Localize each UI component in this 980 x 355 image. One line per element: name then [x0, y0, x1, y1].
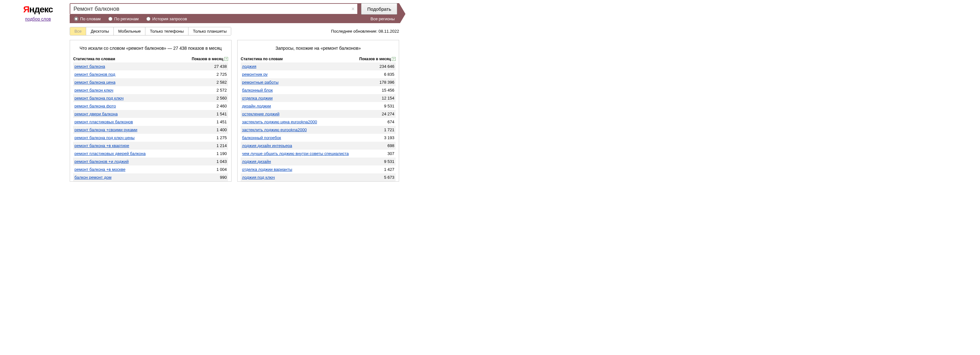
logo[interactable]: Яндекс	[6, 5, 70, 14]
table-row: ремонт балкона +своими руками1 400	[73, 126, 228, 134]
query-link[interactable]: балконный блок	[242, 88, 273, 93]
radio-by-regions[interactable]	[108, 17, 113, 21]
query-link[interactable]: застеклить лоджию eurookna2000	[242, 128, 307, 132]
table-row: отделка лоджии12 154	[241, 94, 396, 102]
query-link[interactable]: ремонт балкона под ключ	[75, 96, 124, 101]
opt-by-regions[interactable]: По регионам	[108, 16, 139, 21]
tab-phones[interactable]: Только телефоны	[145, 27, 188, 35]
query-link[interactable]: балкон ремонт дом	[75, 175, 111, 180]
table-row: лоджия дизайн интерьера698	[241, 142, 396, 150]
main: × Подобрать По словам По регионам Истори…	[70, 3, 399, 182]
wordstat-link[interactable]: подбор слов	[25, 16, 51, 22]
opt-by-regions-label: По регионам	[115, 16, 139, 21]
tab-all[interactable]: Все	[70, 27, 86, 35]
table-row: ремонт балкона27 438	[73, 62, 228, 70]
table-row: ремонт балкона цена2 582	[73, 78, 228, 86]
table-row: застеклить лоджию цена eurookna2000674	[241, 118, 396, 126]
query-link[interactable]: ремонт балконов под	[75, 72, 115, 77]
table-row: балкон ремонт дом990	[73, 173, 228, 181]
shows-value: 178 396	[369, 80, 395, 85]
query-link[interactable]: ремонт балкона +в квартире	[75, 143, 129, 148]
shows-value: 1 190	[202, 151, 227, 156]
radio-by-words[interactable]	[74, 17, 78, 21]
table-row: остекление лоджий24 274	[241, 110, 396, 118]
shows-value: 1 043	[202, 159, 227, 164]
query-link[interactable]: ремонт балкона фото	[75, 104, 116, 109]
help-icon[interactable]: ?	[392, 57, 396, 61]
panel-left: Что искали со словом «ремонт балконов» —…	[70, 40, 232, 182]
panel-left-title: Что искали со словом «ремонт балконов» —…	[73, 43, 228, 56]
col-shows-text: Показов в месяц	[359, 57, 391, 61]
shows-value: 24 274	[369, 112, 395, 116]
table-row: отделка лоджии варианты1 427	[241, 165, 396, 173]
radio-history[interactable]	[146, 17, 150, 21]
col-stat-label: Статистика по словам	[73, 57, 192, 61]
query-link[interactable]: ремонт балкона под ключ цены	[75, 135, 135, 140]
shows-value: 307	[369, 151, 395, 156]
regions-link[interactable]: Все регионы	[371, 16, 395, 21]
shows-value: 2 725	[202, 72, 227, 77]
query-link[interactable]: остекление лоджий	[242, 112, 279, 116]
query-link[interactable]: лоджия дизайн интерьера	[242, 143, 292, 148]
table-row: ремонт балкона под ключ2 560	[73, 94, 228, 102]
search-bar: ×	[70, 3, 358, 14]
clear-icon[interactable]: ×	[348, 4, 357, 14]
query-link[interactable]: ремонтник ру	[242, 72, 268, 77]
opt-history[interactable]: История запросов	[146, 16, 187, 21]
query-link[interactable]: лоджия дизайн	[242, 159, 271, 164]
table-row: ремонт пластиковых дверей балкона1 190	[73, 150, 228, 158]
query-link[interactable]: ремонт пластиковых балконов	[75, 120, 133, 124]
shows-value: 2 560	[202, 96, 227, 101]
query-link[interactable]: застеклить лоджию цена eurookna2000	[242, 120, 317, 124]
shows-value: 9 531	[369, 104, 395, 109]
query-link[interactable]: ремонт балкона	[75, 64, 105, 69]
query-link[interactable]: ремонт балкона +своими руками	[75, 128, 137, 132]
shows-value: 1 214	[202, 143, 227, 148]
subtitle: подбор слов	[6, 16, 70, 22]
query-link[interactable]: балконный погребок	[242, 135, 281, 140]
shows-value: 234 646	[369, 64, 395, 69]
query-link[interactable]: отделка лоджии варианты	[242, 167, 292, 172]
shows-value: 1 400	[202, 128, 227, 132]
shows-value: 15 456	[369, 88, 395, 93]
query-link[interactable]: ремонт балкон ключ	[75, 88, 113, 93]
query-link[interactable]: чем лучше обшить лоджию внутри советы сп…	[242, 151, 349, 156]
shows-value: 27 438	[202, 64, 227, 69]
table-row: ремонт балкона +в квартире1 214	[73, 142, 228, 150]
table-row: лоджия234 646	[241, 62, 396, 70]
table-row: лоджия дизайн9 531	[241, 158, 396, 165]
shows-value: 990	[202, 175, 227, 180]
table-row: ремонт балкона под ключ цены1 275	[73, 134, 228, 142]
opt-history-label: История запросов	[152, 16, 187, 21]
shows-value: 1 451	[202, 120, 227, 124]
table-row: ремонт балкон ключ2 572	[73, 86, 228, 94]
toolbar: Все Десктопы Мобильные Только телефоны Т…	[70, 27, 399, 35]
rows-left: ремонт балкона27 438ремонт балконов под2…	[73, 62, 228, 181]
shows-value: 5 673	[369, 175, 395, 180]
options-bar: По словам По регионам История запросов В…	[70, 14, 399, 23]
table-row: лоджия под ключ5 673	[241, 173, 396, 181]
query-link[interactable]: ремонт балконов +и лоджий	[75, 159, 129, 164]
query-link[interactable]: ремонт двери балкона	[75, 112, 118, 116]
opt-by-words[interactable]: По словам	[74, 16, 101, 21]
query-link[interactable]: лоджия	[242, 64, 256, 69]
submit-button[interactable]: Подобрать	[361, 3, 397, 14]
rows-right: лоджия234 646ремонтник ру6 835ремонтные …	[241, 62, 396, 181]
search-input[interactable]	[70, 4, 348, 14]
device-tabs: Все Десктопы Мобильные Только телефоны Т…	[70, 27, 231, 35]
col-head-right: Статистика по словам Показов в месяц?	[241, 56, 396, 62]
table-row: балконный погребок3 193	[241, 134, 396, 142]
query-link[interactable]: отделка лоджии	[242, 96, 273, 101]
tab-mobile[interactable]: Мобильные	[114, 27, 145, 35]
query-link[interactable]: ремонт пластиковых дверей балкона	[75, 151, 146, 156]
shows-value: 2 582	[202, 80, 227, 85]
tab-tablets[interactable]: Только планшеты	[188, 27, 231, 35]
query-link[interactable]: ремонт балкона цена	[75, 80, 115, 85]
query-link[interactable]: лоджия под ключ	[242, 175, 275, 180]
query-link[interactable]: дизайн лоджии	[242, 104, 271, 109]
query-link[interactable]: ремонтные работы	[242, 80, 278, 85]
help-icon[interactable]: ?	[224, 57, 228, 61]
query-link[interactable]: ремонт балкона +в москве	[75, 167, 126, 172]
shows-value: 12 154	[369, 96, 395, 101]
tab-desktop[interactable]: Десктопы	[86, 27, 114, 35]
